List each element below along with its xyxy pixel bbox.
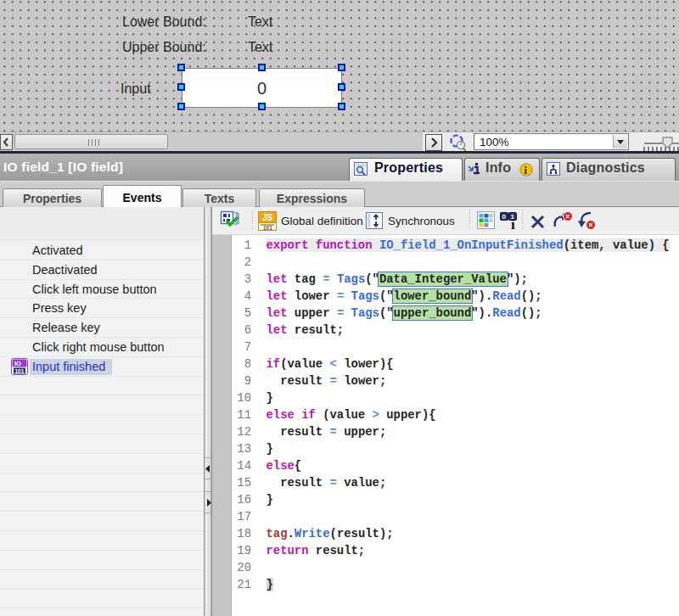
svg-text:JS: JS <box>262 213 273 222</box>
svg-text:101: 101 <box>263 225 272 231</box>
svg-text:0: 0 <box>502 213 507 221</box>
svg-text:101: 101 <box>15 368 25 374</box>
svg-text:i: i <box>511 216 515 231</box>
svg-text:IO: IO <box>14 360 21 367</box>
